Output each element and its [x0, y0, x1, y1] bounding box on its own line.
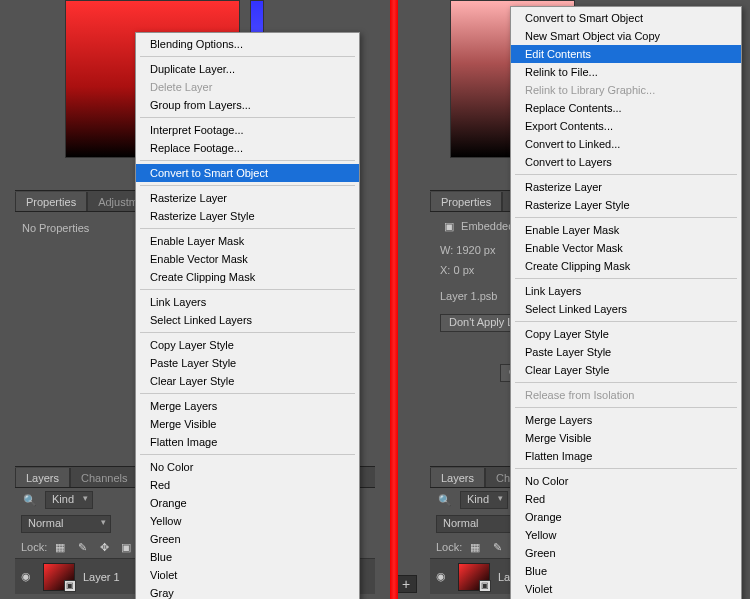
lock-brush-icon[interactable]: ✎	[488, 539, 506, 555]
no-properties-text: No Properties	[22, 222, 89, 234]
lock-position-icon[interactable]: ✥	[95, 539, 113, 555]
menu-item-green[interactable]: Green	[136, 530, 359, 548]
menu-item-no-color[interactable]: No Color	[511, 472, 741, 490]
menu-item-blending-options[interactable]: Blending Options...	[136, 35, 359, 53]
menu-item-flatten-image[interactable]: Flatten Image	[136, 433, 359, 451]
layer-name[interactable]: Layer 1	[83, 571, 120, 583]
eye-icon[interactable]: ◉	[21, 570, 35, 583]
menu-item-orange[interactable]: Orange	[511, 508, 741, 526]
menu-separator	[515, 382, 737, 383]
menu-item-yellow[interactable]: Yellow	[136, 512, 359, 530]
menu-item-create-clipping-mask[interactable]: Create Clipping Mask	[136, 268, 359, 286]
image-comparison-divider	[390, 0, 398, 599]
menu-separator	[515, 321, 737, 322]
menu-item-rasterize-layer[interactable]: Rasterize Layer	[511, 178, 741, 196]
menu-item-group-from-layers[interactable]: Group from Layers...	[136, 96, 359, 114]
menu-separator	[140, 393, 355, 394]
menu-item-convert-to-linked[interactable]: Convert to Linked...	[511, 135, 741, 153]
menu-item-blue[interactable]: Blue	[136, 548, 359, 566]
menu-item-clear-layer-style[interactable]: Clear Layer Style	[511, 361, 741, 379]
menu-item-no-color[interactable]: No Color	[136, 458, 359, 476]
menu-item-yellow[interactable]: Yellow	[511, 526, 741, 544]
embedded-label: Embedded	[461, 220, 514, 232]
eye-icon[interactable]: ◉	[436, 570, 450, 583]
menu-item-copy-layer-style[interactable]: Copy Layer Style	[136, 336, 359, 354]
menu-item-rasterize-layer-style[interactable]: Rasterize Layer Style	[511, 196, 741, 214]
lock-brush-icon[interactable]: ✎	[73, 539, 91, 555]
menu-item-replace-contents[interactable]: Replace Contents...	[511, 99, 741, 117]
menu-item-merge-visible[interactable]: Merge Visible	[511, 429, 741, 447]
tab-properties[interactable]: Properties	[430, 192, 502, 211]
menu-item-export-contents[interactable]: Export Contents...	[511, 117, 741, 135]
search-icon[interactable]: 🔍	[436, 492, 454, 508]
lock-artboard-icon[interactable]: ▣	[117, 539, 135, 555]
menu-item-blue[interactable]: Blue	[511, 562, 741, 580]
menu-item-enable-layer-mask[interactable]: Enable Layer Mask	[511, 221, 741, 239]
menu-item-edit-contents[interactable]: Edit Contents	[511, 45, 741, 63]
menu-item-select-linked-layers[interactable]: Select Linked Layers	[136, 311, 359, 329]
layer-filter-kind[interactable]: Kind	[460, 491, 508, 509]
lock-pixels-icon[interactable]: ▦	[51, 539, 69, 555]
menu-item-relink-to-library-graphic: Relink to Library Graphic...	[511, 81, 741, 99]
menu-item-gray[interactable]: Gray	[136, 584, 359, 599]
menu-item-convert-to-smart-object[interactable]: Convert to Smart Object	[136, 164, 359, 182]
x-value[interactable]: 0 px	[453, 264, 474, 276]
lock-label: Lock:	[21, 541, 47, 553]
menu-item-select-linked-layers[interactable]: Select Linked Layers	[511, 300, 741, 318]
tab-properties[interactable]: Properties	[15, 192, 87, 211]
menu-item-convert-to-layers[interactable]: Convert to Layers	[511, 153, 741, 171]
menu-item-convert-to-smart-object[interactable]: Convert to Smart Object	[511, 9, 741, 27]
blend-mode-select[interactable]: Normal	[21, 515, 111, 533]
menu-separator	[515, 407, 737, 408]
menu-separator	[140, 160, 355, 161]
menu-item-rasterize-layer[interactable]: Rasterize Layer	[136, 189, 359, 207]
menu-item-merge-layers[interactable]: Merge Layers	[136, 397, 359, 415]
menu-item-orange[interactable]: Orange	[136, 494, 359, 512]
menu-item-enable-layer-mask[interactable]: Enable Layer Mask	[136, 232, 359, 250]
menu-item-flatten-image[interactable]: Flatten Image	[511, 447, 741, 465]
menu-item-replace-footage[interactable]: Replace Footage...	[136, 139, 359, 157]
menu-item-link-layers[interactable]: Link Layers	[511, 282, 741, 300]
smart-object-badge-icon: ▣	[64, 580, 76, 592]
menu-item-green[interactable]: Green	[511, 544, 741, 562]
menu-item-interpret-footage[interactable]: Interpret Footage...	[136, 121, 359, 139]
menu-item-new-smart-object-via-copy[interactable]: New Smart Object via Copy	[511, 27, 741, 45]
lock-pixels-icon[interactable]: ▦	[466, 539, 484, 555]
layer-filter-kind[interactable]: Kind	[45, 491, 93, 509]
smart-object-icon: ▣	[440, 218, 458, 234]
layer-context-menu-smartobject[interactable]: Convert to Smart ObjectNew Smart Object …	[510, 6, 742, 599]
menu-item-enable-vector-mask[interactable]: Enable Vector Mask	[511, 239, 741, 257]
layer-thumbnail[interactable]: ▣	[43, 563, 75, 591]
lock-label: Lock:	[436, 541, 462, 553]
menu-separator	[515, 174, 737, 175]
menu-item-create-clipping-mask[interactable]: Create Clipping Mask	[511, 257, 741, 275]
tab-layers[interactable]: Layers	[15, 468, 70, 487]
menu-item-relink-to-file[interactable]: Relink to File...	[511, 63, 741, 81]
menu-item-link-layers[interactable]: Link Layers	[136, 293, 359, 311]
menu-item-paste-layer-style[interactable]: Paste Layer Style	[136, 354, 359, 372]
menu-item-paste-layer-style[interactable]: Paste Layer Style	[511, 343, 741, 361]
width-label: W:	[440, 244, 453, 256]
menu-separator	[140, 56, 355, 57]
menu-item-merge-visible[interactable]: Merge Visible	[136, 415, 359, 433]
menu-item-red[interactable]: Red	[511, 490, 741, 508]
menu-item-duplicate-layer[interactable]: Duplicate Layer...	[136, 60, 359, 78]
menu-item-merge-layers[interactable]: Merge Layers	[511, 411, 741, 429]
tab-layers[interactable]: Layers	[430, 468, 485, 487]
menu-item-clear-layer-style[interactable]: Clear Layer Style	[136, 372, 359, 390]
search-icon[interactable]: 🔍	[21, 492, 39, 508]
menu-item-enable-vector-mask[interactable]: Enable Vector Mask	[136, 250, 359, 268]
menu-separator	[515, 278, 737, 279]
width-value[interactable]: 1920 px	[456, 244, 495, 256]
menu-item-rasterize-layer-style[interactable]: Rasterize Layer Style	[136, 207, 359, 225]
menu-item-copy-layer-style[interactable]: Copy Layer Style	[511, 325, 741, 343]
layer-name-label: Layer 1.psb	[440, 290, 497, 302]
layer-context-menu[interactable]: Blending Options...Duplicate Layer...Del…	[135, 32, 360, 599]
menu-item-violet[interactable]: Violet	[511, 580, 741, 598]
menu-item-violet[interactable]: Violet	[136, 566, 359, 584]
layer-thumbnail[interactable]: ▣	[458, 563, 490, 591]
menu-item-release-from-isolation: Release from Isolation	[511, 386, 741, 404]
menu-separator	[140, 454, 355, 455]
tab-channels[interactable]: Channels	[70, 468, 138, 487]
menu-item-red[interactable]: Red	[136, 476, 359, 494]
